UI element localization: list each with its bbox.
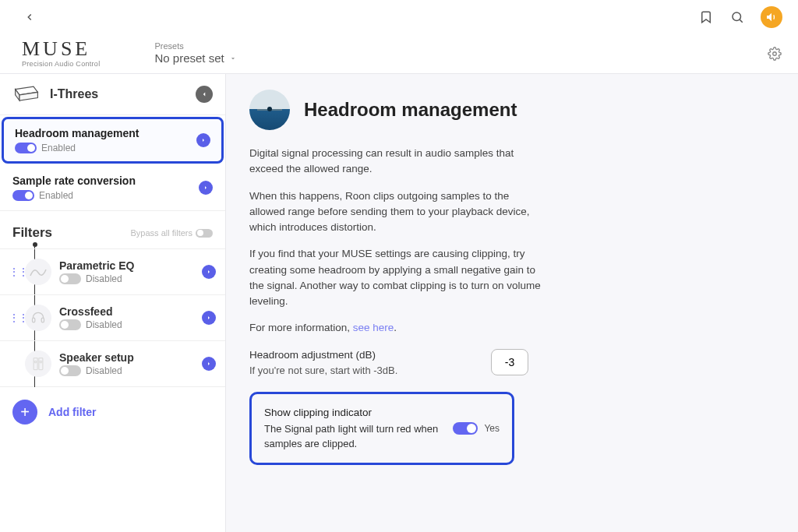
clipping-description: The Signal path light will turn red when… [264, 422, 440, 452]
chevron-right-icon [202, 311, 216, 325]
device-name: I-Threes [50, 87, 186, 101]
main-area: I-Threes Headroom management Enabled Sam… [0, 73, 798, 532]
filters-list: ⋮⋮ Parametric EQ Disabled ⋮⋮ [0, 248, 225, 386]
drag-handle-icon[interactable]: ⋮⋮ [9, 312, 17, 323]
detail-body: Digital signal processing can result in … [249, 146, 546, 465]
detail-paragraph: If you find that your MUSE settings are … [249, 246, 546, 309]
toggle-headroom[interactable] [15, 143, 37, 153]
filter-title: Crossfeed [59, 305, 194, 318]
clipping-title: Show clipping indicator [264, 405, 440, 421]
filter-status: Disabled [86, 365, 122, 376]
search-icon[interactable] [729, 9, 745, 25]
toggle-crossfeed[interactable] [59, 319, 81, 330]
clipping-value: Yes [484, 421, 500, 435]
preset-selector[interactable]: Presets No preset set [154, 41, 236, 65]
see-here-link[interactable]: see here [353, 322, 394, 333]
sidebar-item-headroom[interactable]: Headroom management Enabled [2, 117, 224, 164]
drag-handle-icon[interactable]: ⋮⋮ [9, 266, 17, 277]
filter-status: Disabled [86, 319, 122, 330]
preset-label: Presets [154, 41, 236, 51]
module-title: Sample rate conversion [12, 174, 191, 187]
svg-rect-4 [41, 318, 44, 322]
svg-rect-3 [33, 318, 35, 322]
chevron-right-icon [202, 357, 216, 371]
detail-more-info: For more information, see here. [249, 320, 546, 336]
add-filter-button[interactable]: + Add filter [0, 386, 225, 437]
toggle-speaker-setup[interactable] [59, 365, 81, 376]
brand-tagline: Precision Audio Control [22, 61, 100, 68]
speaker-icon [25, 351, 51, 377]
svg-rect-6 [39, 358, 43, 370]
filter-item-parametric-eq[interactable]: ⋮⋮ Parametric EQ Disabled [0, 248, 225, 294]
adjustment-hint: If you're not sure, start with -3dB. [249, 363, 475, 379]
detail-paragraph: When this happens, Roon clips outgoing s… [249, 188, 546, 236]
module-status: Enabled [39, 190, 73, 201]
settings-icon[interactable] [767, 46, 782, 62]
detail-paragraph: Digital signal processing can result in … [249, 146, 546, 178]
filter-item-crossfeed[interactable]: ⋮⋮ Crossfeed Disabled [0, 294, 225, 340]
sidebar: I-Threes Headroom management Enabled Sam… [0, 74, 226, 532]
detail-title: Headroom management [304, 99, 517, 121]
bookmark-icon[interactable] [698, 9, 714, 25]
device-row: I-Threes [0, 74, 225, 115]
volume-button[interactable] [761, 6, 782, 28]
collapse-button[interactable] [196, 86, 213, 103]
brand-name: MUSE [22, 39, 100, 59]
filter-item-speaker-setup[interactable]: ⋮⋮ Speaker setup Disabled [0, 340, 225, 386]
toggle-clipping-indicator[interactable] [453, 422, 478, 435]
headroom-icon [249, 90, 290, 130]
headroom-adjustment-row: Headroom adjustment (dB) If you're not s… [249, 347, 546, 379]
detail-pane: Headroom management Digital signal proce… [226, 74, 798, 532]
eq-icon [25, 259, 51, 285]
svg-point-0 [733, 12, 741, 21]
module-status: Enabled [41, 143, 76, 153]
add-filter-label: Add filter [48, 406, 96, 418]
chevron-right-icon [199, 181, 213, 195]
toggle-parametric-eq[interactable] [59, 273, 81, 284]
module-title: Headroom management [15, 127, 189, 139]
bypass-all-filters[interactable]: Bypass all filters [131, 228, 213, 238]
brand-row: MUSE Precision Audio Control Presets No … [0, 34, 798, 73]
toggle-samplerate[interactable] [12, 190, 34, 201]
filter-title: Speaker setup [59, 351, 194, 364]
chevron-down-icon [229, 55, 237, 62]
device-icon [12, 85, 41, 104]
toggle-bypass[interactable] [196, 229, 213, 238]
adjustment-label: Headroom adjustment (dB) [249, 347, 475, 363]
svg-point-7 [34, 361, 37, 363]
preset-value: No preset set [154, 51, 224, 65]
chevron-right-icon [196, 133, 210, 147]
crossfeed-icon [25, 305, 51, 331]
top-toolbar [0, 0, 798, 34]
plus-icon: + [12, 400, 37, 425]
headroom-adjustment-input[interactable] [491, 349, 528, 375]
sidebar-item-samplerate[interactable]: Sample rate conversion Enabled [0, 165, 225, 211]
chevron-right-icon [202, 265, 216, 279]
svg-line-1 [740, 19, 742, 22]
filters-title: Filters [12, 225, 52, 241]
svg-point-2 [773, 51, 777, 55]
svg-rect-5 [34, 358, 37, 370]
back-button[interactable] [22, 9, 37, 25]
svg-point-8 [40, 361, 42, 363]
clipping-indicator-box: Show clipping indicator The Signal path … [249, 392, 514, 464]
filter-title: Parametric EQ [59, 259, 194, 272]
filter-status: Disabled [86, 273, 122, 284]
brand-logo: MUSE Precision Audio Control [22, 39, 100, 68]
detail-header: Headroom management [249, 90, 775, 130]
